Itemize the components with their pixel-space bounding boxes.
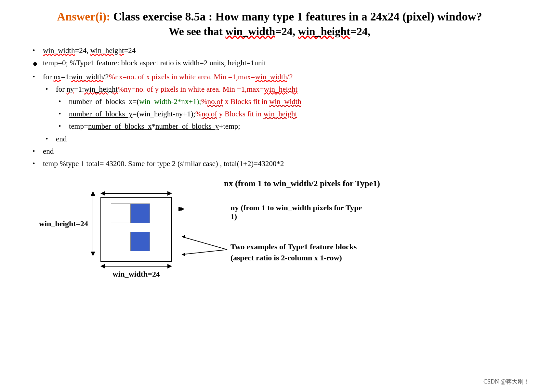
- svg-marker-6: [182, 253, 185, 256]
- answer-prefix: Answer(i):: [57, 10, 110, 23]
- cell-white-2: [111, 232, 130, 251]
- title-main-text: Class exercise 8.5a : How many type 1 fe…: [110, 10, 482, 23]
- bullet-4: •: [46, 84, 55, 94]
- svg-marker-5: [182, 235, 185, 238]
- bullet-10: •: [33, 159, 42, 169]
- width-arrow-head-left: [100, 264, 105, 268]
- bullet-5: •: [59, 97, 68, 107]
- list-item-8: • end: [46, 134, 519, 144]
- feature-row-1: [111, 203, 150, 223]
- title-main-line: Answer(i): Class exercise 8.5a : How man…: [20, 10, 519, 23]
- svg-line-1: [182, 237, 227, 250]
- win-height-label: win_height=24: [39, 219, 88, 228]
- nx-arrow-head-left: [100, 191, 105, 196]
- type-examples: Two examples of Type1 feature blocks(asp…: [230, 242, 357, 263]
- bullet-list: • win_width=24, win_height=24 ● temp=0; …: [33, 46, 519, 169]
- bullet-1: •: [33, 46, 42, 56]
- bullet-2: ●: [33, 58, 42, 70]
- temp-total-text: temp %type 1 total= 43200. Same for type…: [43, 159, 284, 169]
- svg-line-2: [182, 250, 227, 255]
- list-item-4: • for ny=1:win_height%ny=no. of y pixels…: [46, 84, 519, 95]
- title-block: Answer(i): Class exercise 8.5a : How man…: [20, 10, 519, 38]
- bullet-6: •: [59, 109, 68, 119]
- arrow-head-up: [91, 191, 95, 196]
- bullet-3: •: [33, 72, 42, 82]
- title-sub: We see that win_width=24, win_height=24,: [20, 25, 519, 38]
- ny-label: ny (from 1 to win_width pixels for Type …: [230, 203, 370, 221]
- feature-row-2: [111, 232, 150, 251]
- bullet-7: •: [59, 121, 68, 131]
- nx-arrow-head-right: [167, 191, 172, 196]
- list-item-3: • for nx=1:win_width/2%nx=no. of x pixel…: [33, 72, 519, 82]
- list-item-2: ● temp=0; %Type1 feature: block aspect r…: [33, 58, 519, 70]
- list-item-10: • temp %type 1 total= 43200. Same for ty…: [33, 159, 519, 169]
- list-item-1: • win_width=24, win_height=24: [33, 46, 519, 56]
- arrow-head-down: [91, 252, 95, 256]
- list-item-6: • number_of_blocks_y=(win_height-ny+1);%…: [59, 109, 519, 119]
- list-item-9: • end: [33, 146, 519, 157]
- cell-blue-2: [130, 232, 150, 251]
- win-width-label: win_width=24: [112, 270, 160, 279]
- width-arrow-head-right: [167, 264, 172, 268]
- win-box: [100, 197, 172, 262]
- cell-white-1: [111, 203, 130, 223]
- bullet-8: •: [46, 134, 55, 144]
- nx-label: nx (from 1 to win_width/2 pixels for Typ…: [85, 179, 519, 189]
- cell-blue-1: [130, 203, 150, 223]
- list-item-7: • temp=number_of_blocks_x*number_of_bloc…: [59, 121, 519, 132]
- watermark: CSDN @蒋大刚！: [483, 378, 529, 385]
- list-item-5: • number_of_blocks_x=(win_width-2*nx+1);…: [59, 97, 519, 107]
- svg-marker-4: [178, 207, 182, 211]
- bullet-9: •: [33, 146, 42, 156]
- diagram-section: nx (from 1 to win_width/2 pixels for Typ…: [20, 179, 519, 302]
